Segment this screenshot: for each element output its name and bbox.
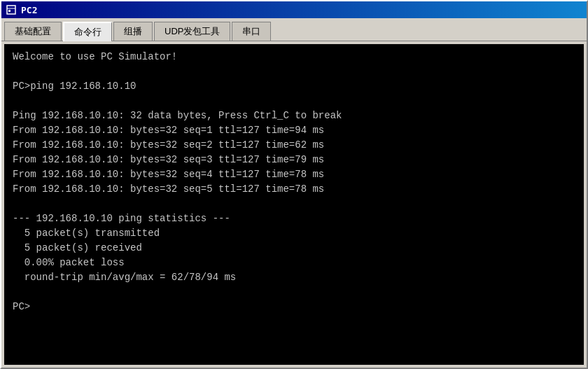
main-window: PC2 基础配置 命令行 组播 UDP发包工具 串口 Welcome to us…: [0, 0, 588, 369]
tab-group[interactable]: 组播: [113, 22, 153, 41]
svg-rect-2: [8, 10, 10, 12]
tabs-bar: 基础配置 命令行 组播 UDP发包工具 串口: [1, 18, 587, 41]
tab-serial[interactable]: 串口: [232, 22, 271, 41]
title-bar: PC2: [1, 1, 587, 18]
terminal-output: Welcome to use PC Simulator! PC>ping 192…: [13, 50, 575, 314]
tab-basic-config[interactable]: 基础配置: [4, 22, 62, 41]
window-title: PC2: [21, 5, 37, 15]
tab-command-line[interactable]: 命令行: [63, 22, 112, 41]
window-icon: [6, 4, 17, 15]
terminal-area[interactable]: Welcome to use PC Simulator! PC>ping 192…: [4, 44, 584, 365]
svg-rect-0: [7, 6, 15, 14]
tab-udp-tool[interactable]: UDP发包工具: [154, 22, 230, 41]
